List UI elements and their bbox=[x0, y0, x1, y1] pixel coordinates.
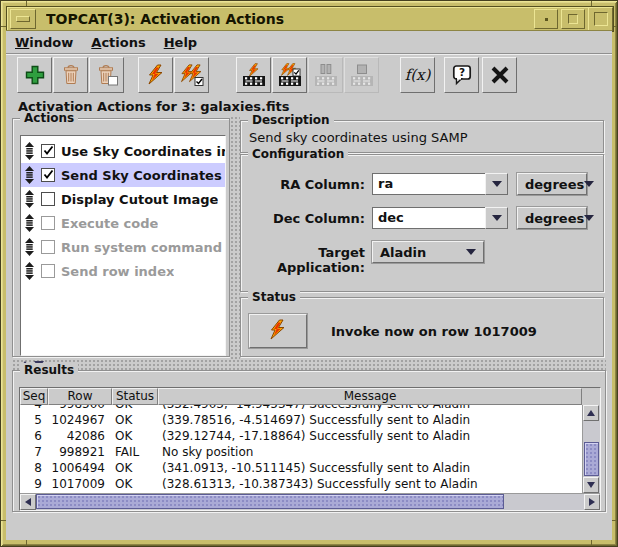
horizontal-scrollbar-thumb[interactable] bbox=[36, 494, 504, 509]
result-cell: 4 bbox=[20, 405, 48, 411]
scroll-down-button[interactable] bbox=[583, 477, 599, 493]
drag-handle-icon[interactable] bbox=[24, 142, 35, 160]
drag-handle-icon[interactable] bbox=[24, 262, 35, 280]
dec-unit-value: degrees bbox=[525, 211, 584, 226]
close-icon bbox=[489, 64, 511, 86]
maximize-button[interactable] bbox=[561, 9, 585, 29]
sequence-invoke-button[interactable] bbox=[236, 57, 271, 93]
result-row-4[interactable]: 4998500OK(332.4903, -14.945347) Successf… bbox=[20, 405, 582, 412]
menubar: WindowActionsHelp bbox=[6, 31, 612, 54]
action-checkbox[interactable] bbox=[41, 240, 55, 254]
target-application-combobox[interactable]: Aladin bbox=[372, 241, 484, 263]
split-divider-vertical[interactable] bbox=[230, 116, 240, 359]
result-row-9[interactable]: 91017009OK(328.61313, -10.387343) Succes… bbox=[20, 476, 582, 492]
action-label: Run system command bbox=[61, 240, 222, 255]
result-cell: OK bbox=[112, 405, 158, 411]
window-menu-button[interactable] bbox=[10, 9, 36, 29]
drag-handle-icon[interactable] bbox=[24, 166, 35, 184]
close-button[interactable] bbox=[482, 57, 517, 93]
actions-list[interactable]: Use Sky Coordinates in TOPCATSend Sky Co… bbox=[20, 135, 226, 356]
frame-notch bbox=[591, 540, 592, 546]
action-checkbox[interactable] bbox=[41, 264, 55, 278]
result-cell: 5 bbox=[20, 413, 48, 427]
dec-column-combobox[interactable]: dec bbox=[372, 207, 509, 231]
remove-action-button[interactable] bbox=[53, 57, 88, 93]
drag-handle-icon[interactable] bbox=[24, 214, 35, 232]
dec-column-dropdown-button[interactable] bbox=[485, 207, 508, 229]
scroll-up-button[interactable] bbox=[583, 405, 599, 421]
action-item-send-row-index[interactable]: Send row index bbox=[21, 259, 225, 283]
result-cell: OK bbox=[112, 413, 158, 427]
action-checkbox[interactable] bbox=[41, 168, 55, 182]
ra-column-input[interactable]: ra bbox=[372, 173, 485, 195]
help-icon: ? bbox=[451, 64, 473, 86]
results-table[interactable]: 4998500OK(332.4903, -14.945347) Successf… bbox=[20, 405, 582, 493]
menu-help[interactable]: Help bbox=[155, 35, 206, 50]
dec-unit-combobox[interactable]: degrees bbox=[517, 207, 587, 229]
result-row-7[interactable]: 7998921FAILNo sky position bbox=[20, 444, 582, 460]
invoke-action-button[interactable] bbox=[138, 57, 173, 93]
result-cell: OK bbox=[112, 477, 158, 491]
horizontal-scrollbar[interactable] bbox=[20, 493, 600, 510]
column-header-status[interactable]: Status bbox=[112, 388, 158, 405]
function-icon: f(x) bbox=[405, 66, 431, 84]
action-label: Send Sky Coordinates bbox=[61, 168, 222, 183]
invoke-all-actions-button[interactable] bbox=[174, 57, 209, 93]
help-button[interactable]: ? bbox=[444, 57, 479, 93]
results-panel: Results Seq Row Status Message 4998500OK… bbox=[12, 370, 606, 512]
action-item-send-sky-coordinates[interactable]: Send Sky Coordinates bbox=[21, 163, 225, 187]
film-pause-icon bbox=[314, 63, 338, 87]
menu-actions[interactable]: Actions bbox=[82, 35, 154, 50]
action-checkbox[interactable] bbox=[41, 192, 55, 206]
action-checkbox[interactable] bbox=[41, 144, 55, 158]
result-row-5[interactable]: 51024967OK(339.78516, -4.514697) Success… bbox=[20, 412, 582, 428]
scroll-right-button[interactable] bbox=[584, 494, 600, 510]
trash-all-icon bbox=[95, 64, 119, 86]
dec-column-input[interactable]: dec bbox=[372, 207, 485, 229]
result-cell: 42086 bbox=[48, 429, 112, 443]
result-cell: No sky position bbox=[158, 445, 582, 459]
arrow-right-icon bbox=[589, 498, 595, 506]
drag-handle-icon[interactable] bbox=[24, 190, 35, 208]
chevron-down-icon bbox=[492, 181, 502, 187]
vertical-scrollbar-thumb[interactable] bbox=[584, 442, 599, 476]
configuration-panel: Configuration RA Column: ra degrees Dec … bbox=[240, 154, 604, 292]
titlebar[interactable]: TOPCAT(3): Activation Actions bbox=[6, 6, 614, 32]
scroll-left-button[interactable] bbox=[20, 494, 36, 510]
target-application-label: Target Application: bbox=[241, 245, 365, 275]
split-divider-horizontal[interactable] bbox=[12, 359, 606, 370]
column-header-row[interactable]: Row bbox=[48, 388, 112, 405]
remove-all-actions-button[interactable] bbox=[89, 57, 124, 93]
ra-column-combobox[interactable]: ra bbox=[372, 173, 509, 197]
column-header-message[interactable]: Message bbox=[158, 388, 582, 405]
ra-column-dropdown-button[interactable] bbox=[485, 173, 508, 195]
chevron-down-icon bbox=[466, 249, 476, 255]
menu-window[interactable]: Window bbox=[6, 35, 82, 50]
action-item-use-sky-coordinates-in-topcat[interactable]: Use Sky Coordinates in TOPCAT bbox=[21, 139, 225, 163]
result-row-8[interactable]: 81006494OK(341.0913, -10.511145) Success… bbox=[20, 460, 582, 476]
column-header-seq[interactable]: Seq bbox=[20, 388, 48, 405]
results-table-header: Seq Row Status Message bbox=[20, 388, 600, 405]
action-item-execute-code[interactable]: Execute code bbox=[21, 211, 225, 235]
bolt-icon bbox=[145, 64, 167, 86]
status-panel: Status Invoke now on row 1017009 bbox=[240, 297, 604, 357]
add-action-button[interactable] bbox=[17, 57, 52, 93]
minimize-button[interactable] bbox=[534, 9, 558, 29]
action-item-run-system-command[interactable]: Run system command bbox=[21, 235, 225, 259]
drag-handle-icon[interactable] bbox=[24, 238, 35, 256]
results-panel-title: Results bbox=[20, 363, 78, 377]
actions-panel: Actions Use Sky Coordinates in TOPCATSen… bbox=[12, 118, 230, 357]
sequence-invoke-all-button[interactable] bbox=[272, 57, 307, 93]
result-row-6[interactable]: 642086OK(329.12744, -17.18864) Successfu… bbox=[20, 428, 582, 444]
ra-unit-combobox[interactable]: degrees bbox=[517, 173, 587, 195]
dec-column-row: Dec Column: dec degrees bbox=[241, 207, 603, 231]
result-cell: OK bbox=[112, 461, 158, 475]
vertical-scrollbar[interactable] bbox=[582, 405, 600, 493]
function-button[interactable]: f(x) bbox=[400, 57, 435, 93]
invoke-button[interactable] bbox=[249, 314, 307, 348]
action-item-display-cutout-image[interactable]: Display Cutout Image bbox=[21, 187, 225, 211]
action-checkbox[interactable] bbox=[41, 216, 55, 230]
result-cell: OK bbox=[112, 429, 158, 443]
bolt-all-icon bbox=[180, 64, 204, 86]
resize-corner-button[interactable] bbox=[588, 7, 613, 31]
